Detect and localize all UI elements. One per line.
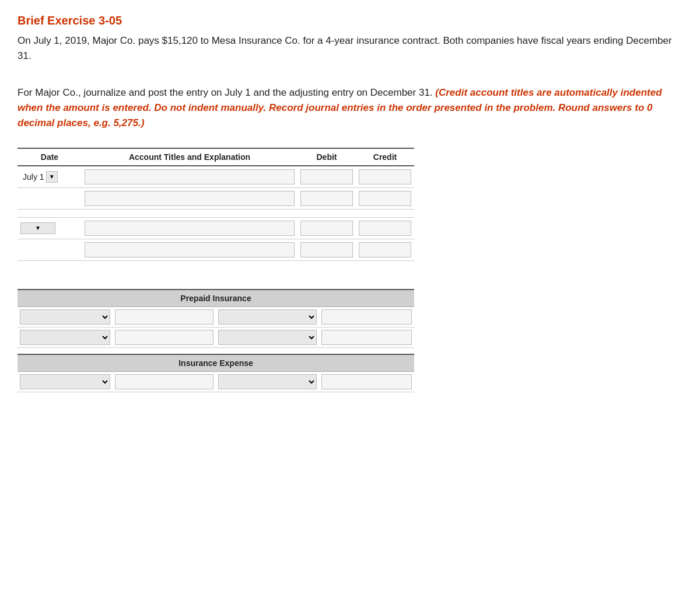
credit-input-4[interactable]: [359, 242, 411, 257]
ledger2-select-1[interactable]: [216, 372, 319, 392]
account-input-3[interactable]: [85, 221, 295, 236]
journal-row-1: July 1 ▼: [18, 166, 414, 188]
journal-row-2: [18, 187, 414, 209]
col-header-debit: Debit: [298, 148, 356, 166]
spacer-row-1: [18, 209, 414, 217]
debit-cell-3[interactable]: [298, 217, 356, 239]
account-input-2[interactable]: [85, 191, 295, 206]
instructions: For Major Co., journalize and post the e…: [18, 85, 682, 131]
date-cell-4: [18, 239, 82, 260]
credit-cell-4[interactable]: [356, 239, 414, 260]
date-cell-3: ▼: [18, 217, 82, 239]
ledger1-date-select-2[interactable]: [20, 330, 110, 345]
ledger1-amount-2[interactable]: [113, 327, 216, 347]
debit-cell-4[interactable]: [298, 239, 356, 260]
ledger2-result-input-1[interactable]: [321, 374, 412, 389]
ledger1-result-1[interactable]: [319, 307, 414, 327]
account-cell-4[interactable]: [82, 239, 298, 260]
col-header-account: Account Titles and Explanation: [82, 148, 298, 166]
credit-input-2[interactable]: [359, 191, 411, 206]
problem-text: On July 1, 2019, Major Co. pays $15,120 …: [18, 33, 682, 64]
insurance-expense-ledger: Insurance Expense: [18, 354, 414, 392]
date-cell-2: [18, 187, 82, 209]
ledger1-select-1[interactable]: [216, 307, 319, 327]
account-cell-1[interactable]: [82, 166, 298, 188]
date-dropdown-1[interactable]: ▼: [46, 171, 58, 183]
ledger2-row-1: [18, 372, 414, 392]
credit-cell-2[interactable]: [356, 187, 414, 209]
ledger1-date-1[interactable]: [18, 307, 113, 327]
ledger1-result-2[interactable]: [319, 327, 414, 347]
insurance-expense-title: Insurance Expense: [18, 354, 414, 372]
ledger1-select-2[interactable]: [216, 327, 319, 347]
col-header-date: Date: [18, 148, 82, 166]
ledger2-type-select-1[interactable]: [218, 374, 317, 389]
debit-input-4[interactable]: [300, 242, 353, 257]
ledger1-date-2[interactable]: [18, 327, 113, 347]
ledger1-date-select-1[interactable]: [20, 309, 110, 325]
ledger2-date-select-1[interactable]: [20, 374, 110, 389]
ledger2-amount-input-1[interactable]: [115, 374, 214, 389]
ledger1-type-select-1[interactable]: [218, 309, 317, 325]
journal-row-3: ▼: [18, 217, 414, 239]
account-cell-2[interactable]: [82, 187, 298, 209]
prepaid-insurance-title: Prepaid Insurance: [18, 289, 414, 307]
ledger1-amount-input-2[interactable]: [115, 330, 214, 345]
date-label-1: July 1: [20, 172, 44, 182]
debit-input-3[interactable]: [300, 221, 353, 236]
account-input-4[interactable]: [85, 242, 295, 257]
credit-input-1[interactable]: [359, 169, 411, 184]
ledger2-result-1[interactable]: [319, 372, 414, 392]
ledger2-date-1[interactable]: [18, 372, 113, 392]
debit-cell-1[interactable]: [298, 166, 356, 188]
ledger2-amount-1[interactable]: [113, 372, 216, 392]
prepaid-insurance-ledger: Prepaid Insurance: [18, 289, 414, 348]
ledger1-result-input-2[interactable]: [321, 330, 412, 345]
col-header-credit: Credit: [356, 148, 414, 166]
exercise-title: Brief Exercise 3-05: [18, 14, 682, 27]
debit-input-1[interactable]: [300, 169, 353, 184]
debit-cell-2[interactable]: [298, 187, 356, 209]
insurance-expense-table: [18, 372, 414, 392]
ledger1-result-input-1[interactable]: [321, 309, 412, 325]
date-cell-1: July 1 ▼: [18, 166, 82, 188]
date-dropdown-3[interactable]: ▼: [20, 222, 55, 234]
prepaid-insurance-table: [18, 307, 414, 348]
ledger1-row-2: [18, 327, 414, 347]
credit-input-3[interactable]: [359, 221, 411, 236]
journal-table: Date Account Titles and Explanation Debi…: [18, 148, 414, 261]
ledger1-row-1: [18, 307, 414, 327]
credit-cell-3[interactable]: [356, 217, 414, 239]
ledger1-amount-1[interactable]: [113, 307, 216, 327]
ledger1-amount-input-1[interactable]: [115, 309, 214, 325]
account-cell-3[interactable]: [82, 217, 298, 239]
ledger1-type-select-2[interactable]: [218, 330, 317, 345]
debit-input-2[interactable]: [300, 191, 353, 206]
instructions-plain: For Major Co., journalize and post the e…: [18, 87, 433, 98]
journal-row-4: [18, 239, 414, 260]
account-input-1[interactable]: [85, 169, 295, 184]
credit-cell-1[interactable]: [356, 166, 414, 188]
